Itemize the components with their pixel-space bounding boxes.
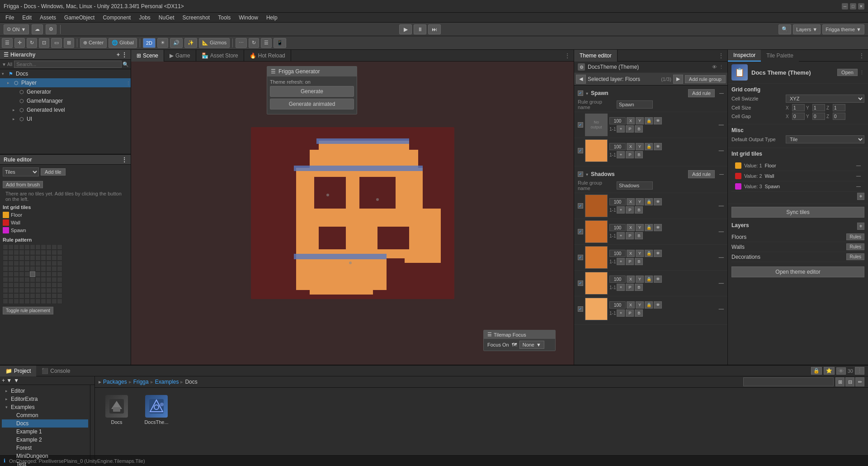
s3-lock[interactable]: 🔒 [645,250,653,257]
pattern-cell-5-6[interactable] [35,271,41,277]
s3-plus[interactable]: + [617,258,625,265]
pattern-cell-5-2[interactable] [14,271,19,277]
play-button[interactable]: ▶ [399,24,412,34]
pattern-cell-10-10[interactable] [57,299,62,304]
ptree-editorextra[interactable]: ▸ EditorExtra [2,395,88,403]
spawn-tile-eye-btn[interactable]: 👁 [654,143,662,150]
pattern-cell-3-8[interactable] [46,261,52,266]
s3-y[interactable]: Y [636,250,644,257]
decorations-rules-button[interactable]: Rules [846,253,864,260]
s5-plus[interactable]: + [617,309,625,317]
shadow3-value[interactable] [609,250,626,257]
ptree-docs[interactable]: Docs [2,419,88,428]
shadow4-checkbox[interactable] [578,281,583,286]
menu-nuget[interactable]: NuGet [155,14,178,22]
pattern-cell-2-2[interactable] [14,255,19,261]
wall-tile-name[interactable]: Wall [11,220,20,225]
pattern-cell-4-6[interactable] [35,266,41,271]
pattern-cell-5-8[interactable] [46,271,52,277]
project-star-btn[interactable]: ⭐ [824,367,835,375]
pattern-cell-1-6[interactable] [35,250,41,255]
pattern-cell-9-5[interactable] [30,293,35,299]
shadow1-value[interactable] [609,198,626,205]
pattern-cell-10-0[interactable] [3,299,8,304]
cell-size-x-input[interactable] [792,104,805,111]
s1-plus[interactable]: + [617,206,625,214]
generate-button[interactable]: Generate [270,86,354,97]
hierarchy-filter-all[interactable]: ▼ All [2,62,12,67]
s4-b[interactable]: B [635,284,643,291]
floors-rules-button[interactable]: Rules [846,233,864,240]
tree-item-generated-level[interactable]: ▸ ⬡ Generated level [0,105,131,114]
scene-fx[interactable]: ✨ [184,38,197,48]
pattern-cell-9-8[interactable] [46,293,52,299]
shadow5-minus[interactable]: ─ [719,305,724,313]
s3-eye[interactable]: 👁 [654,250,662,257]
scene-device[interactable]: 📱 [274,38,286,48]
project-brush-btn[interactable]: ✏ [855,377,864,386]
spawn-tile-b-btn[interactable]: B [635,151,643,158]
pattern-cell-7-0[interactable] [3,282,8,288]
scene-tool-rotate[interactable]: ↻ [27,38,37,48]
shadows-group-checkbox[interactable] [578,171,583,177]
pattern-cell-0-2[interactable] [14,244,19,250]
tree-item-ui[interactable]: ▸ ⬡ UI [0,114,131,124]
scene-audio[interactable]: 🔊 [170,38,183,48]
pattern-cell-4-4[interactable] [24,266,30,271]
scene-tool-move[interactable]: ✛ [14,38,25,48]
pattern-cell-6-4[interactable] [24,277,30,282]
pattern-cell-3-1[interactable] [8,261,14,266]
layer-prev-button[interactable]: ◀ [576,75,586,84]
spawn-collapse-arrow[interactable]: ▾ [586,91,588,96]
s2-y[interactable]: Y [636,224,644,231]
pattern-cell-8-4[interactable] [24,288,30,293]
menu-window[interactable]: Window [235,14,262,22]
pattern-cell-5-9[interactable] [52,271,57,277]
spawn-group-minus[interactable]: ─ [719,90,724,97]
pattern-cell-2-1[interactable] [8,255,14,261]
pattern-cell-4-1[interactable] [8,266,14,271]
pattern-cell-9-10[interactable] [57,293,62,299]
spawn-tile-x-btn[interactable]: X [627,143,635,150]
layers-dropdown[interactable]: Layers ▼ [793,24,821,34]
scene-2d-toggle[interactable]: 2D [143,38,156,48]
close-button[interactable]: ✕ [858,3,864,10]
pattern-cell-0-1[interactable] [8,244,14,250]
pattern-cell-7-2[interactable] [14,282,19,288]
no-output-x-btn[interactable]: X [627,117,635,124]
scene-refresh[interactable]: ↻ [249,38,259,48]
scene-tab-more[interactable]: ⋮ [561,52,574,59]
tree-item-player[interactable]: ▸ ⬡ Player ⋮ [0,78,131,87]
int-tile-wall-remove[interactable]: ─ [856,172,861,180]
settings-button[interactable]: ⚙ [46,24,57,34]
pattern-cell-8-0[interactable] [3,288,8,293]
shadows-rule-name-input[interactable] [617,181,653,190]
no-output-checkbox[interactable] [578,122,583,128]
pattern-cell-6-0[interactable] [3,277,8,282]
shadow3-checkbox[interactable] [578,255,583,260]
menu-screenshot[interactable]: Screenshot [179,14,214,22]
s5-b[interactable]: B [635,309,643,317]
cell-swizzle-select[interactable]: XYZ [786,95,864,103]
ptree-example2[interactable]: Example 2 [2,436,88,444]
pattern-cell-2-4[interactable] [24,255,30,261]
pattern-cell-6-10[interactable] [57,277,62,282]
tab-hot-reload[interactable]: 🔥 Hot Reload [244,50,291,62]
pattern-cell-0-0[interactable] [3,244,8,250]
pattern-cell-7-3[interactable] [19,282,24,288]
pattern-cell-8-6[interactable] [35,288,41,293]
pattern-cell-10-2[interactable] [14,299,19,304]
pattern-cell-4-7[interactable] [41,266,46,271]
breadcrumb-packages[interactable]: Packages [103,379,127,385]
pattern-cell-3-7[interactable] [41,261,46,266]
tab-inspector[interactable]: Inspector [728,50,761,62]
pattern-cell-0-9[interactable] [52,244,57,250]
spawn-tile-value[interactable] [609,143,626,150]
int-tile-add-button[interactable]: + [857,193,864,200]
cell-gap-z-input[interactable] [833,113,845,120]
open-theme-editor-button[interactable]: Open theme editor [731,266,864,277]
scene-lighting[interactable]: ☀ [157,38,168,48]
hierarchy-add-icon[interactable]: + [117,52,120,58]
s3-x[interactable]: X [627,250,635,257]
s2-p[interactable]: P [626,232,634,239]
